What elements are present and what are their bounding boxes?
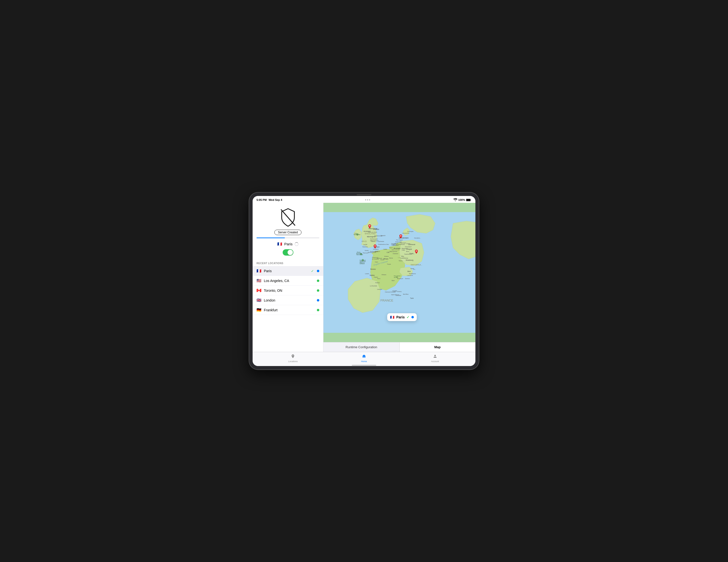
svg-text:Caen: Caen: [375, 261, 378, 263]
toggle-container[interactable]: [283, 249, 293, 256]
la-dot: [317, 280, 319, 282]
svg-text:Amiens: Amiens: [384, 256, 389, 257]
la-name: Los Angeles, CA: [264, 279, 314, 283]
account-label: Account: [431, 360, 439, 363]
svg-text:Tours: Tours: [377, 278, 381, 279]
server-created-label: Server Created: [278, 231, 298, 234]
svg-text:Groningen: Groningen: [407, 231, 414, 232]
tab-runtime-configuration[interactable]: Runtime Configuration: [323, 342, 400, 352]
svg-text:Charleroi: Charleroi: [393, 253, 398, 254]
svg-text:Norwich: Norwich: [381, 235, 385, 236]
bottom-tab-bar: Locations Home Account: [253, 352, 475, 365]
paris-map-popup[interactable]: 🇫🇷 Paris ✓: [387, 313, 417, 321]
svg-text:Biel/Bienne: Biel/Bienne: [409, 273, 416, 274]
svg-text:The Hague: The Hague: [396, 239, 403, 241]
svg-text:Zu...: Zu...: [413, 269, 416, 270]
toronto-dot: [317, 289, 319, 292]
status-bar: 5:05 PM Wed Sep 4 100%: [253, 196, 475, 203]
svg-point-20: [367, 236, 368, 237]
list-item[interactable]: 🇩🇪 Frankfurt: [253, 305, 323, 315]
svg-text:Eryri: Eryri: [354, 233, 357, 234]
svg-point-107: [416, 251, 417, 251]
recent-locations: RECENT LOCATIONS 🇫🇷 Paris ✓ 🇺🇸 Los Angel…: [253, 259, 323, 315]
svg-text:Nantes: Nantes: [370, 274, 375, 276]
svg-text:Nijmegen: Nijmegen: [401, 242, 406, 244]
status-bar-left: 5:05 PM Wed Sep 4: [257, 198, 282, 201]
svg-text:Besançon: Besançon: [397, 278, 403, 279]
svg-point-64: [399, 238, 400, 238]
list-item[interactable]: 🇨🇦 Toronto, ON: [253, 286, 323, 295]
la-flag: 🇺🇸: [257, 278, 261, 283]
home-icon: [362, 354, 366, 360]
svg-line-3: [281, 210, 295, 225]
list-item[interactable]: 🇫🇷 Paris ✓: [253, 266, 323, 276]
svg-text:Metz: Metz: [401, 256, 404, 257]
svg-text:Ghent: Ghent: [389, 247, 393, 249]
main-content: Server Created 🇫🇷 Paris: [253, 203, 475, 352]
toronto-name: Toronto, ON: [264, 289, 314, 292]
svg-text:Troyes: Troyes: [387, 263, 391, 265]
tab-locations[interactable]: Locations: [257, 352, 329, 365]
svg-text:en-Cotentin: en-Cotentin: [372, 258, 379, 260]
toronto-flag: 🇨🇦: [257, 288, 261, 293]
popup-dot: [411, 316, 414, 318]
list-item[interactable]: 🇺🇸 Los Angeles, CA: [253, 276, 323, 286]
svg-rect-2: [471, 199, 471, 200]
svg-text:Luxembourg: Luxembourg: [401, 257, 408, 259]
svg-point-12: [368, 228, 369, 229]
svg-text:du Bessin: du Bessin: [360, 263, 364, 264]
map-tab-bar: Runtime Configuration Map: [323, 342, 475, 352]
tab-map[interactable]: Map: [400, 342, 476, 352]
london-dot: [317, 299, 319, 302]
toggle-knob: [288, 250, 293, 255]
svg-text:Guildford: Guildford: [373, 249, 378, 250]
map-container: English Channel FRANCE ENGLAND WALES BEL…: [323, 203, 475, 342]
svg-text:Exeter: Exeter: [365, 250, 369, 251]
home-label: Home: [361, 360, 367, 363]
svg-text:Reims: Reims: [389, 257, 393, 259]
shield-off-icon: [278, 208, 298, 227]
selected-location-row: 🇫🇷 Paris: [277, 242, 298, 246]
svg-point-105: [400, 236, 401, 236]
ipad-frame: 5:05 PM Wed Sep 4 100%: [249, 193, 479, 369]
tab-home[interactable]: Home: [329, 352, 400, 365]
popup-flag: 🇫🇷: [390, 315, 394, 319]
list-item[interactable]: 🇬🇧 London: [253, 295, 323, 305]
svg-text:Zeelandic: Zeelandic: [391, 243, 396, 244]
vpn-toggle[interactable]: [283, 249, 293, 256]
svg-text:Mont Blanc: Mont Blanc: [403, 294, 409, 295]
home-indicator: [253, 365, 475, 366]
svg-point-103: [375, 246, 375, 246]
svg-text:WALES: WALES: [362, 240, 367, 242]
paris-dot: [317, 270, 319, 272]
progress-bar: [257, 238, 319, 238]
wifi-icon: [453, 198, 457, 202]
tab-account[interactable]: Account: [399, 352, 471, 365]
runtime-tab-label: Runtime Configuration: [346, 345, 377, 349]
svg-text:Angers: Angers: [374, 276, 378, 278]
svg-text:Clermont-Ferrand: Clermont-Ferrand: [385, 291, 396, 293]
svg-text:Plymouth: Plymouth: [363, 252, 368, 254]
svg-text:Brussels: Brussels: [394, 247, 400, 249]
vpn-status-area: Server Created 🇫🇷 Paris: [253, 203, 323, 259]
recent-locations-label: RECENT LOCATIONS: [253, 262, 323, 266]
svg-text:La Rochelle: La Rochelle: [370, 285, 377, 287]
svg-text:FRANCE: FRANCE: [380, 299, 393, 302]
svg-text:Southend-on-Sea: Southend-on-Sea: [378, 244, 389, 245]
svg-text:Bonn: Bonn: [406, 251, 409, 252]
svg-text:Liège: Liège: [402, 249, 405, 251]
svg-text:Nancy: Nancy: [399, 260, 403, 261]
svg-text:Paris: Paris: [384, 258, 388, 260]
svg-text:Cherbourg-: Cherbourg-: [372, 257, 379, 258]
home-indicator-bar: [352, 365, 376, 366]
server-created-badge: Server Created: [274, 230, 301, 235]
account-icon: [433, 354, 437, 360]
svg-text:Milton Keynes: Milton Keynes: [370, 240, 379, 241]
svg-text:National Park: National Park: [356, 254, 363, 255]
frankfurt-flag: 🇩🇪: [257, 308, 261, 312]
selected-flag: 🇫🇷: [277, 242, 282, 246]
date: Wed Sep 4: [269, 198, 282, 201]
svg-text:Bournemouth: Bournemouth: [368, 252, 376, 253]
map-svg: English Channel FRANCE ENGLAND WALES BEL…: [323, 203, 475, 342]
svg-rect-1: [466, 199, 470, 201]
